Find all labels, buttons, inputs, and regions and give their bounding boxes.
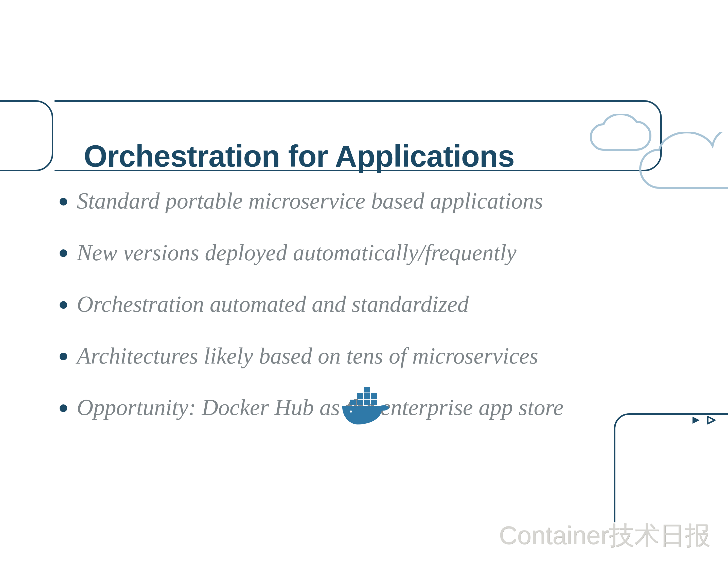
bullet-item: New versions deployed automatically/freq… xyxy=(60,239,698,266)
slide-title: Orchestration for Applications xyxy=(84,120,514,191)
svg-marker-9 xyxy=(693,417,700,424)
svg-rect-3 xyxy=(371,400,377,405)
svg-rect-2 xyxy=(364,400,370,405)
bullet-dot-icon xyxy=(60,301,67,309)
bullet-item: Standard portable microservice based app… xyxy=(60,188,698,214)
bullet-text: Architectures likely based on tens of mi… xyxy=(77,343,538,369)
bullet-text: Opportunity: Docker Hub as the enterpris… xyxy=(77,394,563,421)
bullet-text: New versions deployed automatically/freq… xyxy=(77,239,517,266)
decorative-bracket xyxy=(614,413,728,522)
svg-point-8 xyxy=(350,411,352,413)
bullet-item: Orchestration automated and standardized xyxy=(60,291,698,318)
bullet-dot-icon xyxy=(60,249,67,257)
title-frame-left-stub xyxy=(0,100,53,171)
bullet-dot-icon xyxy=(60,405,67,412)
watermark-text: Container技术日报 xyxy=(499,519,710,553)
svg-rect-5 xyxy=(364,393,370,399)
bullet-item: Architectures likely based on tens of mi… xyxy=(60,343,698,369)
bullet-dot-icon xyxy=(60,353,67,360)
svg-rect-1 xyxy=(357,400,363,405)
svg-rect-6 xyxy=(371,393,377,399)
bullet-text: Standard portable microservice based app… xyxy=(77,188,543,214)
svg-rect-0 xyxy=(350,400,356,405)
docker-icon xyxy=(340,386,390,425)
svg-rect-7 xyxy=(364,387,370,393)
svg-marker-10 xyxy=(708,417,715,424)
arrowheads-icon xyxy=(672,415,728,425)
bullet-dot-icon xyxy=(60,198,67,205)
svg-rect-4 xyxy=(357,393,363,399)
bullet-text: Orchestration automated and standardized xyxy=(77,291,469,318)
slide: Orchestration for Applications Standard … xyxy=(0,0,728,563)
